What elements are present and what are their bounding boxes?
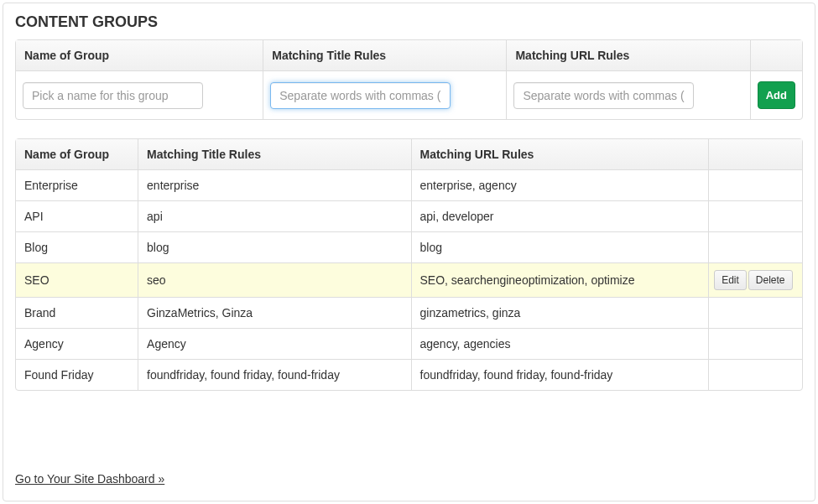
table-row: SEOseoSEO, searchengineoptimization, opt… <box>16 263 802 298</box>
cell-actions <box>709 298 802 329</box>
groups-table: Name of Group Matching Title Rules Match… <box>15 138 803 391</box>
cell-title-rules: Agency <box>138 329 411 360</box>
url-rules-input[interactable] <box>513 82 694 109</box>
table-row: BrandGinzaMetrics, Ginzaginzametrics, gi… <box>16 298 802 329</box>
cell-url-rules: agency, agencies <box>412 329 710 360</box>
cell-url-rules: SEO, searchengineoptimization, optimize <box>412 263 710 298</box>
table-row: Blogblogblog <box>16 232 802 263</box>
add-group-form-table: Name of Group Matching Title Rules Match… <box>15 39 803 120</box>
table-header-actions <box>709 139 802 170</box>
cell-url-rules: ginzametrics, ginza <box>412 298 710 329</box>
cell-group-name: Blog <box>16 232 138 263</box>
cell-title-rules: enterprise <box>138 170 411 201</box>
cell-group-name: Found Friday <box>16 360 138 390</box>
cell-group-name: SEO <box>16 263 138 298</box>
cell-actions <box>709 329 802 360</box>
cell-group-name: Enterprise <box>16 170 138 201</box>
table-header-url-rules: Matching URL Rules <box>412 139 710 170</box>
group-name-input[interactable] <box>23 82 203 109</box>
cell-group-name: API <box>16 201 138 232</box>
table-row: APIapiapi, developer <box>16 201 802 232</box>
cell-url-rules: blog <box>412 232 710 263</box>
cell-actions <box>709 170 802 201</box>
add-button[interactable]: Add <box>758 81 795 109</box>
cell-url-rules: foundfriday, found friday, found-friday <box>412 360 710 390</box>
table-row: Found Fridayfoundfriday, found friday, f… <box>16 360 802 390</box>
table-header-title-rules: Matching Title Rules <box>138 139 411 170</box>
cell-actions: EditDelete <box>709 263 802 298</box>
table-header-name: Name of Group <box>16 139 138 170</box>
form-header-url-rules: Matching URL Rules <box>507 40 750 71</box>
cell-url-rules: enterprise, agency <box>412 170 710 201</box>
form-header-name: Name of Group <box>16 40 263 71</box>
dashboard-link[interactable]: Go to Your Site Dashboard » <box>15 472 164 486</box>
edit-button[interactable]: Edit <box>714 270 747 290</box>
cell-actions <box>709 360 802 390</box>
cell-group-name: Brand <box>16 298 138 329</box>
title-rules-input[interactable] <box>270 82 451 109</box>
cell-title-rules: blog <box>138 232 411 263</box>
cell-title-rules: GinzaMetrics, Ginza <box>138 298 411 329</box>
content-groups-panel: CONTENT GROUPS Name of Group Matching Ti… <box>3 3 815 501</box>
cell-actions <box>709 232 802 263</box>
panel-title: CONTENT GROUPS <box>15 13 803 31</box>
form-header-title-rules: Matching Title Rules <box>263 40 507 71</box>
cell-title-rules: foundfriday, found friday, found-friday <box>138 360 411 390</box>
delete-button[interactable]: Delete <box>748 270 793 290</box>
cell-url-rules: api, developer <box>412 201 710 232</box>
form-header-actions <box>751 40 802 71</box>
cell-title-rules: api <box>138 201 411 232</box>
cell-group-name: Agency <box>16 329 138 360</box>
cell-title-rules: seo <box>138 263 411 298</box>
table-row: Enterpriseenterpriseenterprise, agency <box>16 170 802 201</box>
table-row: AgencyAgencyagency, agencies <box>16 329 802 360</box>
cell-actions <box>709 201 802 232</box>
